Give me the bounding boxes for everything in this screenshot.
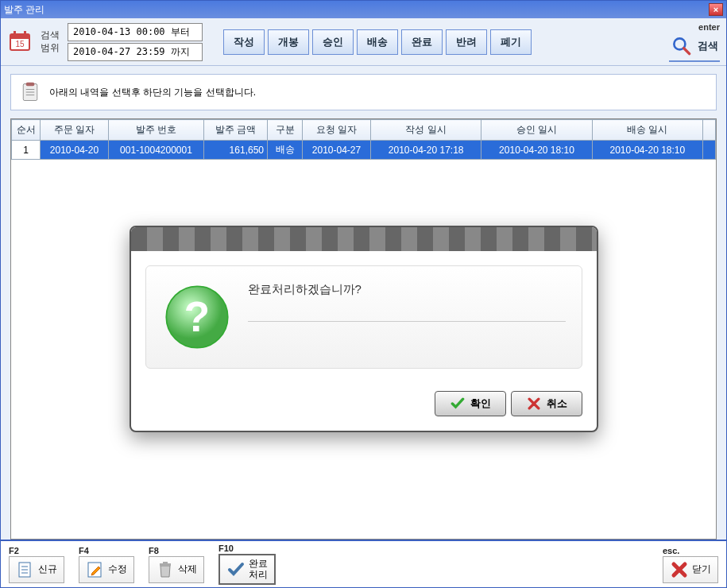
confirm-dialog: ? 완료처리하겠습니까? 확인 취소 bbox=[130, 226, 598, 432]
svg-text:?: ? bbox=[184, 293, 209, 340]
data-table-area: 순서 주문 일자 발주 번호 발주 금액 구분 요청 일자 작성 일시 승인 일… bbox=[10, 118, 717, 540]
status-btn-open[interactable]: 개봉 bbox=[268, 29, 309, 55]
x-icon bbox=[526, 396, 542, 412]
dialog-message: 완료처리하겠습니까? bbox=[248, 282, 566, 322]
delete-button[interactable]: 삭제 bbox=[149, 556, 204, 583]
status-btn-return[interactable]: 반려 bbox=[446, 29, 487, 55]
svg-rect-19 bbox=[160, 563, 171, 566]
dialog-ok-button[interactable]: 확인 bbox=[435, 391, 506, 416]
footer-btn-new: F2 신규 bbox=[9, 546, 64, 583]
status-filter-buttons: 작성 개봉 승인 배송 완료 반려 폐기 bbox=[223, 29, 532, 55]
complete-button[interactable]: 완료 처리 bbox=[218, 554, 276, 584]
modal-overlay: ? 완료처리하겠습니까? 확인 취소 bbox=[11, 119, 716, 539]
status-btn-create[interactable]: 작성 bbox=[223, 29, 265, 55]
search-range-label: 검색 범위 bbox=[41, 29, 60, 54]
pencil-icon bbox=[86, 560, 105, 579]
check-icon bbox=[450, 396, 466, 412]
search-icon bbox=[671, 35, 693, 57]
close-x-icon bbox=[670, 560, 689, 579]
window-title: 발주 관리 bbox=[4, 3, 44, 17]
svg-rect-20 bbox=[163, 562, 168, 563]
svg-line-6 bbox=[684, 48, 690, 53]
svg-rect-3 bbox=[24, 31, 26, 36]
new-button[interactable]: 신규 bbox=[9, 556, 64, 583]
clipboard-icon bbox=[19, 81, 41, 103]
svg-rect-2 bbox=[14, 31, 16, 36]
dialog-titlebar[interactable] bbox=[131, 227, 597, 251]
footer-btn-complete: F10 완료 처리 bbox=[218, 544, 276, 584]
footer-btn-edit: F4 수정 bbox=[79, 546, 134, 583]
calendar-icon: 15 bbox=[7, 29, 33, 55]
status-btn-deliver[interactable]: 배송 bbox=[357, 29, 398, 55]
close-button[interactable]: 닫기 bbox=[663, 556, 718, 583]
window-close-button[interactable]: × bbox=[709, 3, 723, 16]
dialog-cancel-button[interactable]: 취소 bbox=[511, 391, 582, 416]
svg-rect-8 bbox=[26, 83, 35, 86]
instruction-text: 아래의 내역을 선택후 하단의 기능을 선택합니다. bbox=[49, 86, 256, 99]
status-btn-discard[interactable]: 폐기 bbox=[490, 29, 532, 55]
date-from-input[interactable]: 2010-04-13 00:00 부터 bbox=[68, 23, 203, 41]
edit-button[interactable]: 수정 bbox=[79, 556, 134, 583]
window: 발주 관리 × 15 검색 범위 2010-04-13 00:00 부터 201… bbox=[0, 0, 727, 588]
footer: F2 신규 F4 수정 F8 삭제 F10 완료 처리 bbox=[1, 540, 726, 587]
document-icon bbox=[16, 560, 35, 579]
status-btn-approve[interactable]: 승인 bbox=[312, 29, 354, 55]
instruction-bar: 아래의 내역을 선택후 하단의 기능을 선택합니다. bbox=[10, 74, 717, 110]
date-range: 2010-04-13 00:00 부터 2010-04-27 23:59 까지 bbox=[68, 23, 203, 61]
search-area: enter 검색 bbox=[669, 22, 720, 62]
footer-btn-close: esc. 닫기 bbox=[663, 546, 718, 583]
search-button[interactable]: 검색 bbox=[669, 32, 720, 62]
question-icon: ? bbox=[162, 282, 232, 352]
svg-rect-1 bbox=[10, 34, 29, 39]
svg-text:15: 15 bbox=[15, 40, 25, 48]
toolbar: 15 검색 범위 2010-04-13 00:00 부터 2010-04-27 … bbox=[1, 18, 726, 66]
status-btn-complete[interactable]: 완료 bbox=[401, 29, 443, 55]
search-shortcut-label: enter bbox=[669, 22, 720, 32]
titlebar: 발주 관리 × bbox=[1, 1, 726, 18]
footer-btn-delete: F8 삭제 bbox=[149, 546, 204, 583]
date-to-input[interactable]: 2010-04-27 23:59 까지 bbox=[68, 43, 203, 61]
checkmark-icon bbox=[226, 560, 246, 579]
trash-icon bbox=[156, 560, 175, 579]
